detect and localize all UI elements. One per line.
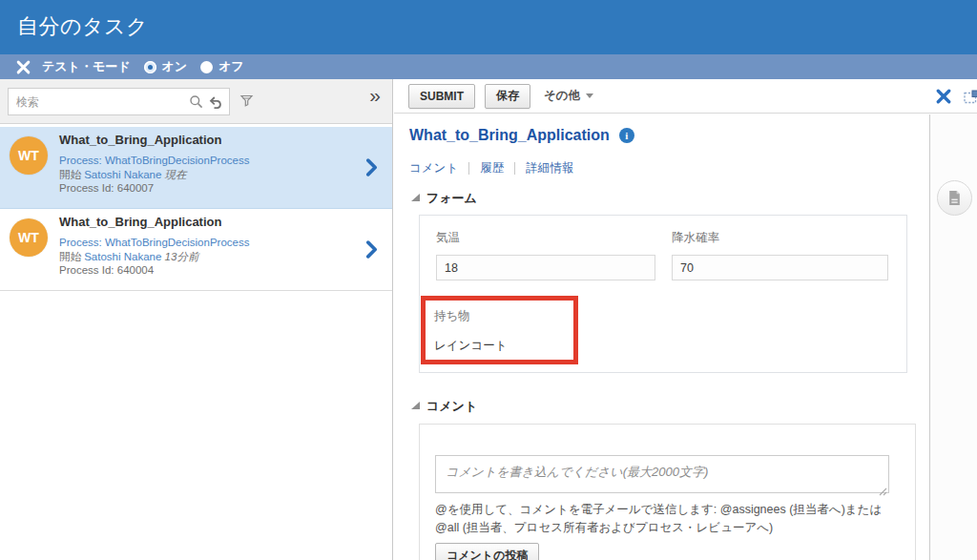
collapse-panel-icon[interactable]: »	[369, 85, 381, 105]
task-process-line: Process: WhatToBringDecisionProcess	[59, 236, 392, 250]
task-row-640004[interactable]: WT What_to_Bring_Application Process: Wh…	[0, 209, 392, 291]
belongings-value: レインコート	[434, 338, 573, 354]
other-actions-label: その他	[544, 88, 580, 104]
tab-details[interactable]: 詳細情報	[526, 160, 573, 176]
precipitation-input[interactable]	[672, 255, 888, 280]
test-mode-bar: テスト・モード オン オフ	[0, 54, 977, 79]
started-label: 開始	[59, 251, 81, 262]
process-id-label: Process Id:	[59, 182, 114, 194]
started-when: 13分前	[165, 251, 199, 262]
task-started-line: 開始 Satoshi Nakane 現在	[59, 168, 392, 182]
test-mode-label: テスト・モード	[42, 58, 131, 75]
task-actions-toolbar: SUBMIT 保存 その他	[394, 79, 977, 114]
process-label: Process:	[59, 237, 102, 248]
disclosure-triangle-icon	[411, 194, 420, 201]
detach-window-icon[interactable]	[964, 90, 977, 104]
task-summary: What_to_Bring_Application Process: WhatT…	[59, 209, 392, 278]
tab-divider	[514, 162, 515, 175]
close-task-icon[interactable]	[936, 89, 951, 104]
submit-button[interactable]: SUBMIT	[408, 84, 475, 109]
tab-divider	[468, 162, 469, 175]
search-box	[8, 88, 230, 115]
started-by-link[interactable]: Satoshi Nakane	[84, 251, 161, 262]
disclosure-triangle-icon	[411, 402, 420, 409]
resize-grip-icon[interactable]	[879, 483, 887, 491]
task-id-line: Process Id: 640004	[59, 263, 392, 278]
comment-panel: @を使用して、コメントを電子メールで送信します: @assignees (担当者…	[419, 424, 916, 560]
comment-textarea[interactable]	[435, 455, 889, 493]
document-icon	[947, 190, 962, 206]
tab-history[interactable]: 履歴	[480, 160, 504, 176]
reset-search-icon[interactable]	[208, 94, 223, 110]
test-mode-on-radio[interactable]	[144, 61, 156, 73]
comment-help-text: @を使用して、コメントを電子メールで送信します: @assignees (担当者…	[435, 501, 904, 538]
comment-section-header[interactable]: コメント	[411, 398, 477, 415]
precipitation-label: 降水確率	[672, 230, 888, 246]
task-search-toolbar: »	[0, 79, 392, 124]
tab-comments[interactable]: コメント	[409, 160, 458, 176]
other-actions-menu[interactable]: その他	[544, 88, 593, 104]
task-avatar: WT	[10, 218, 48, 257]
info-icon[interactable]: i	[619, 128, 634, 143]
app-header: 自分のタスク	[0, 0, 977, 54]
detail-title: What_to_Bring_Application	[409, 127, 610, 144]
temperature-field: 気温	[436, 230, 655, 280]
search-icon[interactable]	[189, 94, 204, 110]
test-mode-on-label[interactable]: オン	[162, 58, 188, 75]
task-process-line: Process: WhatToBringDecisionProcess	[59, 154, 392, 168]
process-id-label: Process Id:	[59, 264, 114, 276]
task-detail-panel: SUBMIT 保存 その他 What_to_Bring_Application …	[394, 79, 977, 560]
highlight-annotation-box: 持ち物 レインコート	[421, 296, 578, 364]
task-id-line: Process Id: 640007	[59, 181, 392, 196]
process-name-link[interactable]: WhatToBringDecisionProcess	[105, 155, 249, 166]
open-task-chevron-icon[interactable]	[365, 158, 378, 176]
task-row-640007[interactable]: WT What_to_Bring_Application Process: Wh…	[0, 127, 392, 209]
belongings-label: 持ち物	[434, 308, 573, 324]
open-task-chevron-icon[interactable]	[365, 240, 378, 259]
form-section-title: フォーム	[426, 190, 477, 207]
test-mode-off-radio[interactable]	[200, 61, 213, 73]
temperature-label: 気温	[436, 230, 655, 246]
comment-textarea-wrap	[435, 455, 889, 493]
document-button[interactable]	[937, 180, 972, 216]
save-button[interactable]: 保存	[485, 84, 530, 109]
started-by-link[interactable]: Satoshi Nakane	[84, 169, 161, 180]
task-detail-content: What_to_Bring_Application i コメント 履歴 詳細情報…	[394, 114, 930, 560]
toolbar-right-icons	[936, 89, 977, 104]
task-list-panel: » WT What_to_Bring_Application Process: …	[0, 79, 393, 560]
temperature-input[interactable]	[436, 255, 655, 280]
task-summary: What_to_Bring_Application Process: WhatT…	[59, 127, 392, 196]
process-label: Process:	[59, 155, 102, 166]
form-section-header[interactable]: フォーム	[411, 190, 477, 207]
task-title: What_to_Bring_Application	[59, 215, 392, 229]
comment-section-title: コメント	[426, 398, 477, 415]
task-avatar: WT	[10, 136, 48, 175]
task-started-line: 開始 Satoshi Nakane 13分前	[59, 250, 392, 264]
task-title: What_to_Bring_Application	[59, 133, 392, 147]
post-comment-button[interactable]: コメントの投稿	[435, 543, 539, 560]
detail-tabs: コメント 履歴 詳細情報	[409, 160, 573, 176]
test-mode-off-label[interactable]: オフ	[218, 58, 244, 75]
process-name-link[interactable]: WhatToBringDecisionProcess	[105, 237, 249, 248]
detail-title-row: What_to_Bring_Application i	[409, 127, 634, 144]
started-when: 現在	[165, 169, 187, 180]
precipitation-field: 降水確率	[672, 230, 888, 280]
page-title: 自分のタスク	[17, 12, 148, 41]
task-list: WT What_to_Bring_Application Process: Wh…	[0, 124, 392, 291]
filter-icon[interactable]	[239, 93, 255, 109]
started-label: 開始	[59, 169, 81, 180]
close-test-mode-icon[interactable]	[16, 60, 31, 74]
my-tasks-window: 自分のタスク テスト・モード オン オフ »	[0, 0, 977, 560]
chevron-down-icon	[586, 93, 593, 98]
process-id-value: 640004	[117, 264, 154, 276]
process-id-value: 640007	[117, 182, 154, 194]
side-rail	[930, 114, 977, 560]
form-panel: 気温 降水確率 持ち物 レインコート	[419, 215, 907, 373]
